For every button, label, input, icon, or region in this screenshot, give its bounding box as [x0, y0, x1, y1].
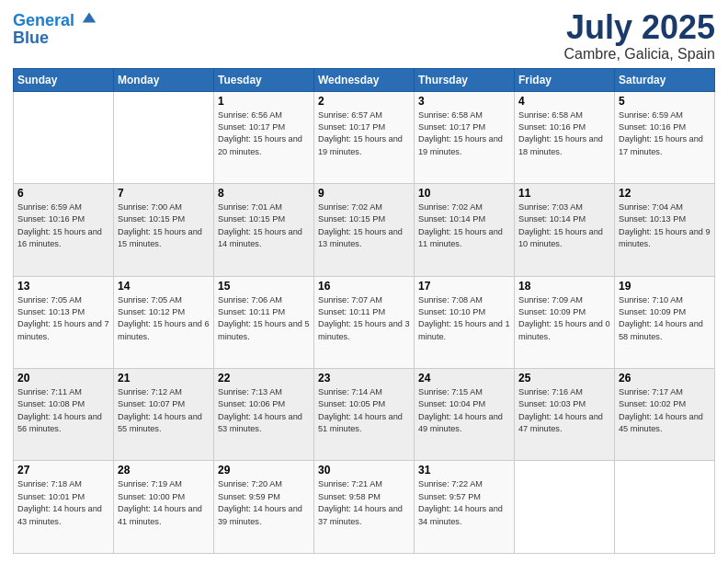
day-info: Sunrise: 7:16 AM Sunset: 10:03 PM Daylig…	[518, 386, 610, 435]
day-info: Sunrise: 7:05 AM Sunset: 10:13 PM Daylig…	[17, 294, 109, 343]
day-number: 14	[118, 280, 210, 293]
day-info: Sunrise: 7:14 AM Sunset: 10:05 PM Daylig…	[318, 386, 410, 435]
day-info: Sunrise: 6:58 AM Sunset: 10:17 PM Daylig…	[418, 109, 510, 158]
calendar-cell: 25Sunrise: 7:16 AM Sunset: 10:03 PM Dayl…	[515, 369, 615, 461]
calendar-cell: 6Sunrise: 6:59 AM Sunset: 10:16 PM Dayli…	[14, 184, 114, 276]
calendar-table: SundayMondayTuesdayWednesdayThursdayFrid…	[13, 68, 715, 554]
main-title: July 2025	[563, 9, 715, 46]
calendar-cell: 2Sunrise: 6:57 AM Sunset: 10:17 PM Dayli…	[314, 91, 415, 183]
calendar-header-row: SundayMondayTuesdayWednesdayThursdayFrid…	[14, 68, 715, 91]
calendar-cell	[515, 461, 615, 554]
day-number: 24	[418, 372, 510, 385]
calendar-cell: 13Sunrise: 7:05 AM Sunset: 10:13 PM Dayl…	[14, 276, 114, 368]
calendar-cell: 10Sunrise: 7:02 AM Sunset: 10:14 PM Dayl…	[415, 184, 515, 276]
calendar-cell: 14Sunrise: 7:05 AM Sunset: 10:12 PM Dayl…	[114, 276, 214, 368]
day-number: 2	[318, 95, 410, 108]
day-info: Sunrise: 7:02 AM Sunset: 10:14 PM Daylig…	[418, 201, 510, 250]
day-number: 6	[17, 187, 109, 200]
day-number: 1	[218, 95, 310, 108]
day-info: Sunrise: 7:06 AM Sunset: 10:11 PM Daylig…	[218, 294, 310, 343]
calendar-week-row: 13Sunrise: 7:05 AM Sunset: 10:13 PM Dayl…	[14, 276, 715, 368]
calendar-week-row: 6Sunrise: 6:59 AM Sunset: 10:16 PM Dayli…	[14, 184, 715, 276]
day-info: Sunrise: 7:08 AM Sunset: 10:10 PM Daylig…	[418, 294, 510, 343]
calendar-cell: 24Sunrise: 7:15 AM Sunset: 10:04 PM Dayl…	[415, 369, 515, 461]
day-info: Sunrise: 7:22 AM Sunset: 9:57 PM Dayligh…	[418, 478, 510, 527]
calendar-cell: 27Sunrise: 7:18 AM Sunset: 10:01 PM Dayl…	[14, 461, 114, 554]
day-number: 21	[118, 372, 210, 385]
day-info: Sunrise: 7:20 AM Sunset: 9:59 PM Dayligh…	[218, 478, 310, 527]
day-number: 7	[118, 187, 210, 200]
day-info: Sunrise: 7:01 AM Sunset: 10:15 PM Daylig…	[218, 201, 310, 250]
calendar-cell: 7Sunrise: 7:00 AM Sunset: 10:15 PM Dayli…	[114, 184, 214, 276]
calendar-week-row: 1Sunrise: 6:56 AM Sunset: 10:17 PM Dayli…	[14, 91, 715, 183]
day-number: 4	[518, 95, 610, 108]
logo: General Blue	[13, 9, 97, 48]
day-info: Sunrise: 7:00 AM Sunset: 10:15 PM Daylig…	[118, 201, 210, 250]
calendar-cell: 9Sunrise: 7:02 AM Sunset: 10:15 PM Dayli…	[314, 184, 415, 276]
day-number: 13	[17, 280, 109, 293]
calendar-cell: 30Sunrise: 7:21 AM Sunset: 9:58 PM Dayli…	[314, 461, 415, 554]
day-number: 28	[118, 464, 210, 477]
day-number: 31	[418, 464, 510, 477]
day-info: Sunrise: 6:59 AM Sunset: 10:16 PM Daylig…	[619, 109, 711, 158]
calendar-cell: 16Sunrise: 7:07 AM Sunset: 10:11 PM Dayl…	[314, 276, 415, 368]
subtitle: Cambre, Galicia, Spain	[563, 46, 715, 63]
calendar-cell: 29Sunrise: 7:20 AM Sunset: 9:59 PM Dayli…	[214, 461, 314, 554]
calendar-cell: 17Sunrise: 7:08 AM Sunset: 10:10 PM Dayl…	[415, 276, 515, 368]
svg-marker-0	[83, 13, 96, 23]
day-info: Sunrise: 7:02 AM Sunset: 10:15 PM Daylig…	[318, 201, 410, 250]
day-info: Sunrise: 7:18 AM Sunset: 10:01 PM Daylig…	[17, 478, 109, 527]
day-number: 10	[418, 187, 510, 200]
calendar-cell: 12Sunrise: 7:04 AM Sunset: 10:13 PM Dayl…	[615, 184, 715, 276]
header: General Blue July 2025 Cambre, Galicia, …	[13, 9, 715, 63]
calendar-cell: 20Sunrise: 7:11 AM Sunset: 10:08 PM Dayl…	[14, 369, 114, 461]
calendar-cell: 21Sunrise: 7:12 AM Sunset: 10:07 PM Dayl…	[114, 369, 214, 461]
calendar-day-header: Sunday	[14, 68, 114, 91]
day-info: Sunrise: 6:56 AM Sunset: 10:17 PM Daylig…	[218, 109, 310, 158]
calendar-day-header: Monday	[114, 68, 214, 91]
day-number: 15	[218, 280, 310, 293]
day-number: 12	[619, 187, 711, 200]
calendar-cell: 22Sunrise: 7:13 AM Sunset: 10:06 PM Dayl…	[214, 369, 314, 461]
day-info: Sunrise: 7:13 AM Sunset: 10:06 PM Daylig…	[218, 386, 310, 435]
calendar-cell: 3Sunrise: 6:58 AM Sunset: 10:17 PM Dayli…	[415, 91, 515, 183]
day-info: Sunrise: 6:58 AM Sunset: 10:16 PM Daylig…	[518, 109, 610, 158]
logo-text: General	[13, 9, 97, 30]
calendar-cell: 19Sunrise: 7:10 AM Sunset: 10:09 PM Dayl…	[615, 276, 715, 368]
day-number: 20	[17, 372, 109, 385]
day-info: Sunrise: 7:15 AM Sunset: 10:04 PM Daylig…	[418, 386, 510, 435]
day-number: 26	[619, 372, 711, 385]
day-info: Sunrise: 7:21 AM Sunset: 9:58 PM Dayligh…	[318, 478, 410, 527]
calendar-cell	[14, 91, 114, 183]
day-number: 30	[318, 464, 410, 477]
day-number: 17	[418, 280, 510, 293]
day-number: 11	[518, 187, 610, 200]
logo-blue: Blue	[13, 29, 97, 48]
calendar-cell: 18Sunrise: 7:09 AM Sunset: 10:09 PM Dayl…	[515, 276, 615, 368]
day-number: 27	[17, 464, 109, 477]
calendar-cell: 26Sunrise: 7:17 AM Sunset: 10:02 PM Dayl…	[615, 369, 715, 461]
day-number: 22	[218, 372, 310, 385]
day-number: 16	[318, 280, 410, 293]
day-info: Sunrise: 7:11 AM Sunset: 10:08 PM Daylig…	[17, 386, 109, 435]
day-number: 9	[318, 187, 410, 200]
title-block: July 2025 Cambre, Galicia, Spain	[563, 9, 715, 63]
page: General Blue July 2025 Cambre, Galicia, …	[0, 0, 728, 563]
calendar-cell: 31Sunrise: 7:22 AM Sunset: 9:57 PM Dayli…	[415, 461, 515, 554]
calendar-cell: 5Sunrise: 6:59 AM Sunset: 10:16 PM Dayli…	[615, 91, 715, 183]
calendar-day-header: Thursday	[415, 68, 515, 91]
day-info: Sunrise: 7:09 AM Sunset: 10:09 PM Daylig…	[518, 294, 610, 343]
calendar-cell: 8Sunrise: 7:01 AM Sunset: 10:15 PM Dayli…	[214, 184, 314, 276]
day-number: 18	[518, 280, 610, 293]
calendar-cell: 15Sunrise: 7:06 AM Sunset: 10:11 PM Dayl…	[214, 276, 314, 368]
day-info: Sunrise: 7:17 AM Sunset: 10:02 PM Daylig…	[619, 386, 711, 435]
calendar-day-header: Tuesday	[214, 68, 314, 91]
day-number: 8	[218, 187, 310, 200]
day-info: Sunrise: 7:03 AM Sunset: 10:14 PM Daylig…	[518, 201, 610, 250]
calendar-cell	[114, 91, 214, 183]
day-number: 5	[619, 95, 711, 108]
calendar-week-row: 27Sunrise: 7:18 AM Sunset: 10:01 PM Dayl…	[14, 461, 715, 554]
day-info: Sunrise: 7:07 AM Sunset: 10:11 PM Daylig…	[318, 294, 410, 343]
calendar-day-header: Wednesday	[314, 68, 415, 91]
calendar-cell: 4Sunrise: 6:58 AM Sunset: 10:16 PM Dayli…	[515, 91, 615, 183]
